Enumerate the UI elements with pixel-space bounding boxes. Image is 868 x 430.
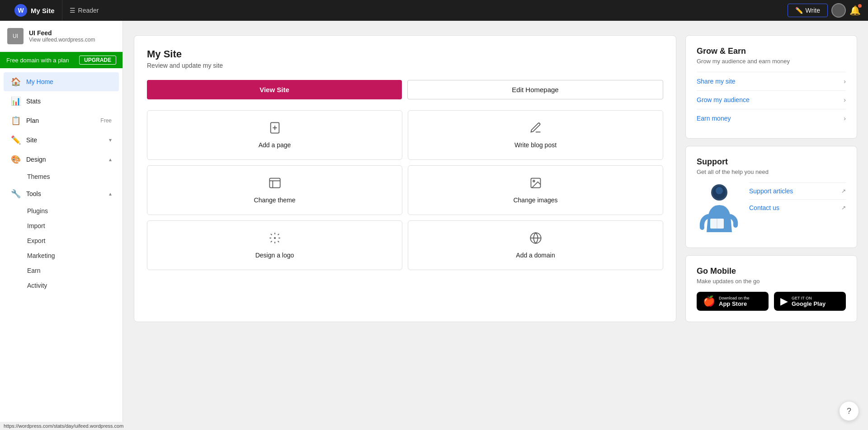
status-bar: https://wordpress.com/stats/day/uifeed.w… [0, 422, 127, 430]
sidebar-item-label: My Home [26, 78, 112, 85]
go-mobile-subtitle: Make updates on the go [697, 278, 846, 285]
google-play-badge[interactable]: ▶ GET IT ON Google Play [774, 292, 846, 311]
edit-homepage-button[interactable]: Edit Homepage [407, 80, 663, 99]
add-domain-label: Add a domain [516, 252, 555, 259]
svg-line-15 [270, 241, 271, 242]
add-page-button[interactable]: Add a page [147, 110, 402, 160]
support-articles-link[interactable]: Support articles ↗ [749, 182, 846, 199]
chevron-right-icon: › [844, 78, 846, 85]
upgrade-banner[interactable]: Free domain with a plan UPGRADE [0, 52, 123, 68]
change-theme-button[interactable]: Change theme [147, 165, 402, 215]
sidebar-item-design[interactable]: 🎨 Design ▴ [4, 150, 119, 169]
svg-line-13 [270, 234, 271, 235]
sidebar-item-label: Stats [26, 98, 112, 105]
add-domain-button[interactable]: Add a domain [408, 220, 663, 270]
reader-nav-item[interactable]: ☰ Reader [62, 0, 106, 21]
grow-earn-subtitle: Grow my audience and earn money [697, 58, 846, 65]
sidebar-item-marketing[interactable]: Marketing [4, 248, 119, 263]
write-icon: ✏️ [795, 7, 803, 14]
sidebar-item-tools[interactable]: 🔧 Tools ▴ [4, 184, 119, 203]
sidebar: UI UI Feed View uifeed.wordpress.com Fre… [0, 21, 123, 430]
status-url: https://wordpress.com/stats/day/uifeed.w… [4, 423, 123, 429]
write-label: Write [806, 7, 820, 14]
go-mobile-card: Go Mobile Make updates on the go 🍎 Downl… [685, 255, 857, 322]
svg-rect-3 [269, 178, 280, 188]
reader-label: Reader [78, 7, 99, 14]
write-blog-post-button[interactable]: Write blog post [408, 110, 663, 160]
sidebar-item-import[interactable]: Import [4, 219, 119, 233]
grow-my-audience-link[interactable]: Grow my audience › [697, 90, 846, 109]
upgrade-text: Free domain with a plan [6, 57, 69, 64]
sidebar-item-earn[interactable]: Earn [4, 263, 119, 278]
site-nav-icon: ✏️ [11, 135, 21, 145]
go-mobile-title: Go Mobile [697, 266, 846, 276]
support-inner: Support articles ↗ Contact us ↗ [697, 182, 846, 237]
external-link-icon: ↗ [841, 188, 846, 194]
plan-icon: 📋 [11, 116, 21, 126]
tools-icon: 🔧 [11, 189, 21, 199]
design-logo-label: Design a logo [255, 252, 294, 259]
design-icon: 🎨 [11, 154, 21, 164]
help-button[interactable]: ? [839, 401, 859, 421]
my-site-logo[interactable]: W My Site [7, 4, 62, 17]
help-icon: ? [847, 407, 851, 416]
my-site-card: My Site Review and update my site View S… [134, 35, 676, 322]
write-button[interactable]: ✏️ Write [788, 4, 828, 17]
add-page-label: Add a page [259, 141, 291, 149]
grow-earn-card: Grow & Earn Grow my audience and earn mo… [685, 35, 857, 139]
sidebar-site-info: UI UI Feed View uifeed.wordpress.com [0, 21, 123, 52]
sidebar-item-label: Site [26, 136, 104, 144]
app-store-line2: App Store [719, 300, 750, 307]
design-logo-icon [269, 232, 281, 247]
sidebar-item-themes[interactable]: Themes [4, 169, 119, 184]
change-images-button[interactable]: Change images [408, 165, 663, 215]
view-site-button[interactable]: View Site [147, 80, 402, 99]
google-play-line1: GET IT ON [792, 296, 826, 300]
sidebar-item-export[interactable]: Export [4, 234, 119, 248]
add-page-icon [269, 122, 281, 137]
upgrade-button[interactable]: UPGRADE [79, 56, 116, 65]
change-theme-icon [269, 177, 281, 192]
sidebar-item-plan[interactable]: 📋 Plan Free [4, 111, 119, 130]
chevron-right-icon: › [844, 96, 846, 103]
grow-audience-label: Grow my audience [697, 96, 750, 103]
site-card-actions: View Site Edit Homepage [147, 80, 663, 99]
sidebar-item-stats[interactable]: 📊 Stats [4, 92, 119, 111]
share-my-site-link[interactable]: Share my site › [697, 72, 846, 90]
chevron-up-icon: ▴ [109, 156, 112, 163]
top-navigation: W My Site ☰ Reader ✏️ Write 🔔 [0, 0, 868, 21]
write-blog-icon [529, 122, 542, 137]
support-articles-label: Support articles [749, 187, 793, 195]
sidebar-item-my-home[interactable]: 🏠 My Home [4, 72, 119, 91]
svg-line-14 [278, 241, 278, 242]
google-play-text: GET IT ON Google Play [792, 296, 826, 307]
my-home-icon: 🏠 [11, 77, 21, 87]
sidebar-item-label: Design [26, 156, 104, 163]
google-play-icon: ▶ [780, 295, 788, 307]
support-subtitle: Get all of the help you need [697, 168, 846, 175]
my-site-label: My Site [31, 7, 55, 14]
site-url[interactable]: View uifeed.wordpress.com [29, 37, 95, 43]
svg-point-7 [533, 180, 535, 182]
app-store-text: Download on the App Store [719, 296, 750, 307]
design-logo-button[interactable]: Design a logo [147, 220, 402, 270]
user-avatar[interactable] [831, 3, 846, 18]
site-card-title: My Site [147, 48, 663, 60]
main-layout: UI UI Feed View uifeed.wordpress.com Fre… [0, 21, 868, 430]
support-illustration [697, 182, 742, 237]
chevron-down-icon: ▾ [109, 137, 112, 143]
sidebar-item-label: Plan [26, 117, 95, 124]
external-link-icon: ↗ [841, 205, 846, 211]
site-details: UI Feed View uifeed.wordpress.com [29, 29, 95, 43]
contact-us-link[interactable]: Contact us ↗ [749, 199, 846, 216]
app-store-badge[interactable]: 🍎 Download on the App Store [697, 292, 769, 311]
sidebar-item-site[interactable]: ✏️ Site ▾ [4, 131, 119, 150]
sidebar-item-activity[interactable]: Activity [4, 278, 119, 293]
main-content: My Site Review and update my site View S… [123, 21, 868, 430]
sidebar-item-plugins[interactable]: Plugins [4, 204, 119, 218]
chevron-up-icon: ▴ [109, 191, 112, 197]
earn-money-link[interactable]: Earn money › [697, 109, 846, 127]
plan-badge: Free [100, 117, 112, 124]
wordpress-icon: W [14, 4, 27, 17]
stats-icon: 📊 [11, 96, 21, 106]
